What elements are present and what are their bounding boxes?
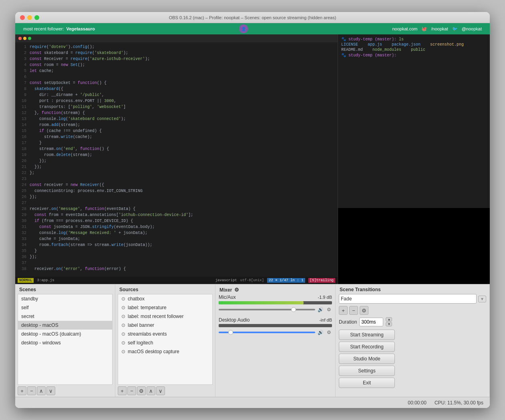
code-line: 6 xyxy=(15,74,338,80)
position-indicator: 22 ≡ 1/47 ln : 1 xyxy=(267,278,305,283)
eye-icon: ⊙ xyxy=(121,296,125,302)
code-line: 24const receiver = new Receiver({ xyxy=(15,182,338,188)
scenes-down-button[interactable]: ∨ xyxy=(46,386,55,395)
studio-mode-button[interactable]: Studio Mode xyxy=(339,354,395,364)
code-line: 19 room.delete(stream); xyxy=(15,152,338,158)
source-item-streamlabs[interactable]: ⊙ streamlabs events xyxy=(118,330,212,338)
sources-list[interactable]: ⊙ chatbox ⊙ label: temperature ⊙ label: … xyxy=(118,294,213,385)
source-item-logitech[interactable]: ⊙ self logitech xyxy=(118,338,212,347)
mixer-channel-mic: Mic/Aux -1.9 dB 🔊 ⚙ xyxy=(219,294,332,313)
code-line: 1require('dotenv').config(); xyxy=(15,44,338,50)
exit-button[interactable]: Exit xyxy=(339,378,395,388)
scenes-up-button[interactable]: ∧ xyxy=(37,386,46,395)
terminal-command: ls xyxy=(399,37,404,42)
close-button[interactable] xyxy=(20,15,25,20)
duration-increment-button[interactable]: ▲ xyxy=(386,317,392,322)
minimize-button[interactable] xyxy=(27,15,32,20)
mixer-gear-desktop[interactable]: ⚙ xyxy=(326,329,332,336)
mixer-name-row-desktop: Desktop Audio -inf dB xyxy=(219,317,332,323)
mixer-db-mic: -1.9 dB xyxy=(318,295,332,300)
source-item-banner[interactable]: ⊙ label banner xyxy=(118,321,212,330)
eye-icon: ⊙ xyxy=(121,305,125,310)
mixer-panel-header: Mixer ⚙ xyxy=(215,284,335,294)
window-title: OBS 0.16.2 (mac) – Profile: noopkat – Sc… xyxy=(169,15,336,20)
duration-decrement-button[interactable]: ▼ xyxy=(386,322,392,326)
scene-item-secret[interactable]: secret xyxy=(18,312,112,321)
mixer-controls-desktop: 🔊 ⚙ xyxy=(219,329,332,336)
mixer-panel: Mixer ⚙ Mic/Aux -1.9 dB xyxy=(215,284,336,397)
mixer-bar-container-desktop xyxy=(219,324,332,327)
mixer-mute-desktop[interactable]: 🔊 xyxy=(317,329,324,336)
transition-remove-button[interactable]: − xyxy=(349,306,358,315)
github-link: /noopkat xyxy=(431,26,448,31)
code-editor: 1require('dotenv').config(); 2const skat… xyxy=(15,34,338,284)
scenes-add-button[interactable]: + xyxy=(18,386,26,395)
mixer-gear-mic[interactable]: ⚙ xyxy=(326,306,332,313)
code-line: 21 }); xyxy=(15,164,338,170)
scene-transitions-panel: Scene Transitions Fade Cut Swipe ▼ xyxy=(336,284,490,397)
code-line: 9 dir: __dirname + '/public', xyxy=(15,92,338,98)
mixer-slider-mic[interactable] xyxy=(219,309,315,310)
code-line: 4const room = new Set(); xyxy=(15,62,338,68)
bottom-panel: Scenes standby self secret desktop - mac… xyxy=(15,284,490,408)
mixer-slider-desktop[interactable] xyxy=(219,332,315,333)
scene-item-desktop-macos-dual[interactable]: desktop - macOS (dualcam) xyxy=(18,330,112,338)
scene-item-self[interactable]: self xyxy=(18,303,112,312)
terminal-area: 🐾 study-temp (master): ls LICENSE app.js… xyxy=(338,34,490,208)
source-item-macos-capture[interactable]: ⊙ macOS desktop capture xyxy=(118,347,212,356)
code-line: 25 connectionString: process.env.IOT_CON… xyxy=(15,188,338,194)
source-item-chatbox[interactable]: ⊙ chatbox xyxy=(118,294,212,303)
start-streaming-button[interactable]: Start Streaming xyxy=(339,330,395,340)
sources-down-button[interactable]: ∨ xyxy=(156,386,165,395)
vim-mode: NORMAL xyxy=(18,278,34,283)
code-line: 18 stream.on('end', function() { xyxy=(15,146,338,152)
duration-input[interactable] xyxy=(359,318,383,326)
scene-item-desktop-windows[interactable]: desktop - windows xyxy=(18,338,112,347)
recording-time: 00:00:00 xyxy=(408,400,427,406)
transition-add-button[interactable]: + xyxy=(339,306,348,315)
scene-item-desktop-macos[interactable]: desktop - macOS xyxy=(18,321,112,330)
maximize-button[interactable] xyxy=(34,15,39,20)
source-name-streamlabs: streamlabs events xyxy=(128,331,167,337)
mixer-label: Mixer xyxy=(219,287,232,293)
source-item-follower[interactable]: ⊙ label: most recent follower xyxy=(118,312,212,321)
sources-add-button[interactable]: + xyxy=(118,386,127,395)
mixer-channel-name-desktop: Desktop Audio xyxy=(219,317,249,323)
code-line: 5let cache; xyxy=(15,68,338,74)
scenes-list[interactable]: standby self secret desktop - macOS desk… xyxy=(18,294,113,385)
traffic-lights xyxy=(20,15,39,20)
mixer-bar-fill-mic xyxy=(219,301,304,304)
start-recording-button[interactable]: Start Recording xyxy=(339,342,395,352)
overlay-right: noopkat.com 🐙 /noopkat 🐦 @noopkat xyxy=(392,26,482,32)
sources-settings-button[interactable]: ⚙ xyxy=(137,386,146,395)
mixer-mute-mic[interactable]: 🔊 xyxy=(317,306,324,313)
eye-icon: ⊙ xyxy=(121,349,125,354)
source-name-logitech: self logitech xyxy=(128,340,153,346)
source-item-temp[interactable]: ⊙ label: temperature xyxy=(118,303,212,312)
editor-tabs xyxy=(15,34,338,42)
code-line: 10 port : process.env.PORT || 3000, xyxy=(15,98,338,104)
scenes-panel-header: Scenes xyxy=(15,284,115,294)
scene-item-standby[interactable]: standby xyxy=(18,294,112,303)
source-name-temp: label: temperature xyxy=(128,305,167,310)
code-line: 23 xyxy=(15,176,338,182)
code-line: 12 }, function(stream) { xyxy=(15,110,338,116)
mixer-settings-icon[interactable]: ⚙ xyxy=(234,287,239,293)
sources-remove-button[interactable]: − xyxy=(127,386,136,395)
sources-toolbar: + − ⚙ ∧ ∨ xyxy=(115,385,215,397)
scenes-remove-button[interactable]: − xyxy=(27,386,36,395)
transition-settings-button[interactable]: ⚙ xyxy=(360,306,368,315)
sources-up-button[interactable]: ∧ xyxy=(147,386,155,395)
mixer-bar-container-mic xyxy=(219,301,332,304)
transition-type-select[interactable]: Fade Cut Swipe xyxy=(339,294,477,304)
overlay-center: 👤 xyxy=(239,24,248,33)
source-name-macos-capture: macOS desktop capture xyxy=(128,349,179,354)
editor-filename: 3:app.js xyxy=(37,278,54,282)
transition-add-row: + − ⚙ xyxy=(339,306,486,315)
mixer-db-desktop: -inf dB xyxy=(319,318,332,322)
settings-button[interactable]: Settings xyxy=(339,366,395,376)
sources-label: Sources xyxy=(119,287,138,292)
code-line: 20 }); xyxy=(15,158,338,164)
mixer-thumb-mic xyxy=(291,307,296,312)
code-line: 17 } xyxy=(15,140,338,146)
